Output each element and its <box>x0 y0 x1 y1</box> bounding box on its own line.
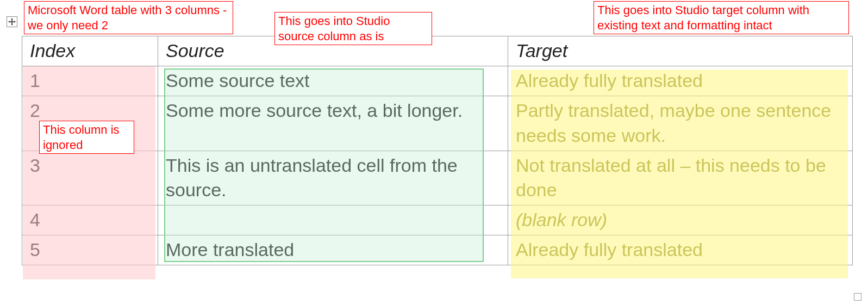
word-table: Index Source Target 1Some source textAlr… <box>22 36 853 265</box>
table-body: 1Some source textAlready fully translate… <box>22 66 853 265</box>
table-header-row: Index Source Target <box>22 36 853 66</box>
header-target: Target <box>508 36 853 66</box>
cell-target: (blank row) <box>508 206 853 235</box>
table-row: 5More translatedAlready fully translated <box>22 235 853 265</box>
annotation-index-ignored: This column is ignored <box>39 121 134 154</box>
table-resize-handle[interactable] <box>854 293 861 301</box>
cell-target: Partly translated, maybe one sentence ne… <box>508 96 853 151</box>
cell-source: Some more source text, a bit longer. <box>158 96 508 151</box>
annotation-table-overview: Microsoft Word table with 3 columns - we… <box>24 1 233 34</box>
cell-index: 5 <box>22 235 158 265</box>
table-row: 3This is an untranslated cell from the s… <box>22 151 853 206</box>
header-index: Index <box>22 36 158 66</box>
cell-source: More translated <box>158 235 508 265</box>
table-row: 4(blank row) <box>22 206 853 235</box>
cell-target: Not translated at all – this needs to be… <box>508 151 853 206</box>
cell-target: Already fully translated <box>508 235 853 265</box>
cell-target: Already fully translated <box>508 66 853 96</box>
cell-index: 1 <box>22 66 158 96</box>
annotation-source-note: This goes into Studio source column as i… <box>274 12 432 45</box>
cell-source: Some source text <box>158 66 508 96</box>
annotation-target-note: This goes into Studio target column with… <box>594 1 849 34</box>
table-move-handle[interactable] <box>7 16 17 27</box>
table-row: 2Some more source text, a bit longer.Par… <box>22 96 853 151</box>
cell-index: 3 <box>22 151 158 206</box>
cell-source <box>158 206 508 235</box>
table-row: 1Some source textAlready fully translate… <box>22 66 853 96</box>
cell-index: 4 <box>22 206 158 235</box>
cell-source: This is an untranslated cell from the so… <box>158 151 508 206</box>
